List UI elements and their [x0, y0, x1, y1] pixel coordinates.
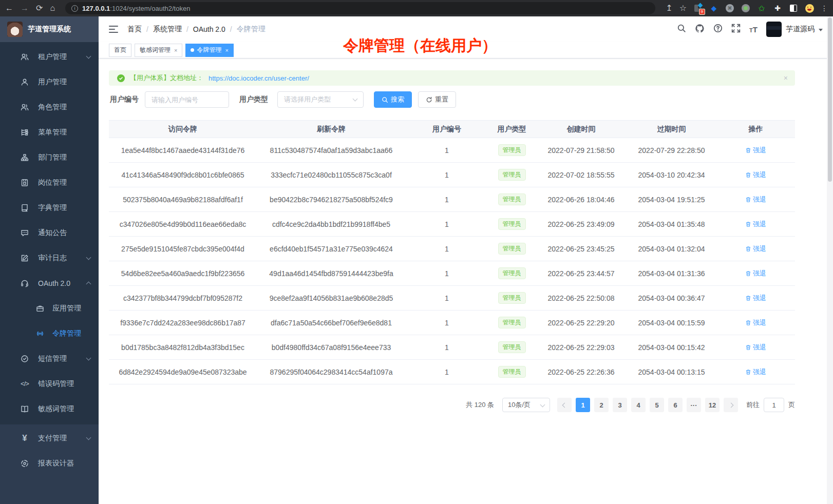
force-logout-button[interactable]: 强退 [745, 343, 766, 352]
breadcrumb-item[interactable]: 系统管理 [153, 25, 182, 34]
breadcrumb-item[interactable]: OAuth 2.0 [193, 25, 225, 33]
url-text[interactable]: 127.0.0.1:1024/system/oauth2/token [82, 5, 190, 12]
create-time-cell: 2022-06-26 18:04:46 [536, 196, 627, 204]
sidebar-item-sms[interactable]: 短信管理 [0, 346, 99, 371]
profile-emoji-icon[interactable] [805, 4, 814, 13]
address-bar[interactable]: i 127.0.0.1:1024/system/oauth2/token [65, 2, 655, 14]
help-icon[interactable] [713, 24, 723, 35]
table-header-row: 访问令牌 刷新令牌 用户编号 用户类型 创建时间 过期时间 操作 [109, 121, 795, 138]
sidebar-item-oauth-token[interactable]: 令牌管理 [0, 321, 99, 346]
user-type-select[interactable]: 请选择用户类型 [277, 91, 364, 108]
user-id-cell: 1 [406, 171, 488, 179]
next-page-button[interactable] [724, 398, 738, 412]
alert-doc-link[interactable]: https://doc.iocoder.cn/user-center/ [209, 74, 309, 82]
sidebar-item-errcode[interactable]: </> 错误码管理 [0, 371, 99, 396]
user-type-badge: 管理员 [498, 243, 526, 255]
table-row: 275e5de9151045fe87cbdc395e004f4d e6cfd40… [109, 237, 795, 261]
breadcrumb-item[interactable]: 首页 [127, 25, 142, 34]
sidebar-item-menu[interactable]: 菜单管理 [0, 120, 99, 145]
close-icon[interactable]: × [225, 47, 228, 53]
open-book-icon [21, 405, 29, 413]
sidebar-item-sensitive[interactable]: 敏感词管理 [0, 396, 99, 421]
sidebar-item-report-designer[interactable]: 报表设计器 [0, 451, 99, 476]
force-logout-button[interactable]: 强退 [745, 269, 766, 278]
tab-home[interactable]: 首页 [109, 44, 131, 57]
broadcast-icon [36, 329, 44, 338]
reset-button[interactable]: 重置 [418, 91, 456, 108]
sidebar-item-user[interactable]: 用户管理 [0, 69, 99, 94]
extension-command-icon[interactable]: ⌘ [725, 4, 734, 13]
sidebar-item-post[interactable]: 岗位管理 [0, 170, 99, 195]
sidebar-item-oauth2[interactable]: OAuth 2.0 [0, 270, 99, 296]
page-button-2[interactable]: 2 [594, 398, 609, 412]
extension-grid-icon[interactable]: 9 [693, 4, 703, 13]
split-screen-icon[interactable] [789, 4, 798, 13]
fullscreen-icon[interactable] [731, 24, 741, 35]
force-logout-button[interactable]: 强退 [745, 367, 766, 377]
user-menu[interactable]: 芋道源码 [766, 22, 823, 37]
page-size-select[interactable]: 10条/页 [502, 398, 550, 412]
force-logout-button[interactable]: 强退 [745, 294, 766, 303]
reload-icon[interactable]: ⟳ [36, 4, 43, 12]
home-icon[interactable]: ⌂ [50, 4, 55, 12]
briefcase-icon [36, 304, 44, 313]
force-logout-button[interactable]: 强退 [745, 170, 766, 180]
user-id-input[interactable] [145, 91, 229, 108]
forward-icon[interactable]: → [21, 4, 29, 12]
prev-page-button[interactable] [557, 398, 572, 412]
site-info-icon[interactable]: i [71, 5, 78, 12]
create-time-cell: 2022-06-25 22:29:20 [536, 319, 627, 327]
sidebar-item-notice[interactable]: 通知公告 [0, 220, 99, 245]
share-icon[interactable]: ↥ [666, 4, 672, 12]
sidebar-item-oauth-apps[interactable]: 应用管理 [0, 296, 99, 321]
page-button-4[interactable]: 4 [631, 398, 646, 412]
page-button-12[interactable]: 12 [705, 398, 720, 412]
search-icon[interactable] [677, 24, 686, 35]
page-button-3[interactable]: 3 [613, 398, 627, 412]
app-logo[interactable]: 芋道管理系统 [0, 16, 99, 42]
close-icon[interactable]: × [174, 47, 177, 53]
user-type-badge: 管理员 [498, 218, 526, 230]
force-logout-button[interactable]: 强退 [745, 220, 766, 229]
sidebar-item-dept[interactable]: 部门管理 [0, 145, 99, 170]
tab-token-management[interactable]: 令牌管理 × [185, 44, 233, 57]
page-button-1[interactable]: 1 [576, 398, 590, 412]
force-logout-button[interactable]: 强退 [745, 318, 766, 327]
sidebar-item-label: 审计日志 [38, 254, 78, 263]
table-row: 502375b8040a469a9b82188afdf6af1f be90422… [109, 187, 795, 212]
sidebar-item-pay[interactable]: ¥ 支付管理 [0, 425, 99, 451]
page-button-5[interactable]: 5 [650, 398, 664, 412]
page-button-6[interactable]: 6 [668, 398, 683, 412]
tab-sensitive-words[interactable]: 敏感词管理 × [135, 44, 182, 57]
force-logout-button[interactable]: 强退 [745, 244, 766, 254]
sidebar-item-label: 短信管理 [38, 354, 78, 363]
sidebar-item-label: 用户管理 [38, 77, 90, 87]
scrollbar-thumb[interactable] [828, 17, 832, 182]
sidebar-item-dict[interactable]: 字典管理 [0, 195, 99, 220]
expire-time-cell: 2054-03-04 00:15:59 [627, 319, 716, 327]
font-size-icon[interactable]: TT [749, 25, 758, 34]
force-logout-button[interactable]: 强退 [745, 195, 766, 204]
bookmark-star-icon[interactable]: ☆ [679, 4, 687, 12]
sidebar-item-audit-log[interactable]: 审计日志 [0, 245, 99, 270]
collapse-menu-icon[interactable] [109, 26, 118, 33]
extension-diamond-icon[interactable]: ◆ [709, 4, 718, 13]
close-icon[interactable]: × [784, 74, 788, 82]
github-icon[interactable] [695, 24, 705, 35]
sidebar-item-role[interactable]: 角色管理 [0, 94, 99, 120]
user-id-cell: 1 [406, 343, 488, 352]
back-icon[interactable]: ← [5, 4, 13, 12]
shield-check-icon [21, 355, 29, 363]
column-header: 操作 [716, 125, 795, 134]
search-button[interactable]: 搜索 [374, 91, 412, 108]
extension-star-icon[interactable]: ✩ [757, 4, 766, 13]
more-pages-button[interactable]: ··· [687, 398, 701, 412]
browser-menu-icon[interactable]: ⋮ [821, 4, 828, 12]
sidebar-item-tenant[interactable]: 租户管理 [0, 44, 99, 69]
force-logout-button[interactable]: 强退 [745, 146, 766, 155]
page-scrollbar[interactable] [827, 16, 833, 504]
goto-page-input[interactable] [764, 398, 784, 412]
extensions-puzzle-icon[interactable]: ✚ [773, 4, 782, 13]
extension-green-dot-icon[interactable] [741, 4, 750, 13]
expire-time-cell: 2054-03-04 01:31:36 [627, 269, 716, 278]
